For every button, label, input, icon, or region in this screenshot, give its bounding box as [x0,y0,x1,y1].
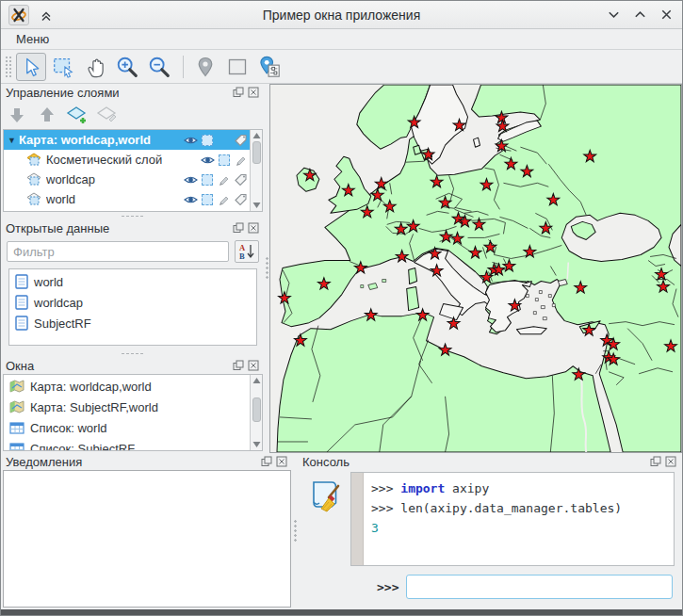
filter-input[interactable] [7,241,229,262]
arrow-up-icon [38,105,57,124]
window-item-label: Карта: SubjectRF,world [30,400,158,414]
collapse-titlebar-button[interactable] [37,6,56,24]
eye-icon[interactable] [184,194,198,205]
close-icon [659,8,674,22]
data-item-world[interactable]: world [9,271,256,292]
open-data-close-button[interactable] [247,221,260,235]
layer-move-down-button[interactable] [5,104,29,126]
console-output[interactable]: >>> import axipy>>> len(axipy.data_manag… [350,472,675,566]
notifications-title: Уведомления [6,455,258,469]
selection-square-icon[interactable] [202,174,213,186]
marquee-select-tool-button[interactable] [48,53,78,81]
close-box-icon [665,456,676,467]
rectangle-tool-button[interactable] [222,53,252,81]
tag-icon[interactable] [234,134,247,146]
layer-row-worldcap[interactable]: worldcap [4,170,250,189]
layer-row-world[interactable]: world [4,189,250,209]
eye-icon[interactable] [201,154,215,166]
eye-icon[interactable] [184,135,198,146]
selection-square-icon[interactable] [202,194,213,205]
data-item-subjectrf[interactable]: SubjectRF [9,313,256,333]
clear-console-button[interactable] [307,478,343,518]
float-icon [233,360,244,371]
notifications-content [3,470,291,608]
pencil-icon[interactable] [217,193,230,206]
layer-label: Карта: worldcap,world [19,133,151,147]
notifications-float-button[interactable] [260,455,273,468]
window-item-map1[interactable]: Карта: worldcap,world [4,376,250,397]
scroll-down-icon[interactable] [252,441,261,448]
window-item-list2[interactable]: Список: SubjectRF [4,438,250,451]
windows-panel: Окна Карта: worldcap,world [1,357,265,453]
main-toolbar [1,50,682,84]
table-doc-icon [15,316,28,331]
windows-close-button[interactable] [247,359,260,372]
layer-move-up-button[interactable] [35,104,59,126]
map-view[interactable] [269,84,682,453]
map-icon [9,400,24,413]
window-item-map2[interactable]: Карта: SubjectRF,world [4,397,250,417]
zoom-out-tool-button[interactable] [144,53,174,81]
float-icon [650,456,661,467]
layers-close-button[interactable] [247,86,260,99]
double-chevron-up-icon [39,8,54,23]
scroll-up-icon[interactable] [252,132,261,139]
layer-disabled-icon [96,105,119,125]
minimize-button[interactable] [605,7,622,24]
pin-settings-tool-button[interactable] [254,53,285,81]
tag-icon[interactable] [234,193,247,205]
maximize-button[interactable] [631,7,648,24]
open-data-title: Открытые данные [6,221,230,235]
pencil-icon[interactable] [234,154,247,167]
tag-icon[interactable] [234,173,247,186]
add-layer-button[interactable] [65,104,89,126]
layer-row-cosmetic[interactable]: Косметический слой [4,150,250,170]
windows-scrollbar[interactable] [250,375,262,450]
select-tool-button[interactable] [16,53,46,81]
console-input[interactable] [406,575,673,599]
scroll-down-icon[interactable] [252,202,261,209]
windows-float-button[interactable] [232,359,245,372]
map-icon [9,380,24,393]
menu-item[interactable]: Меню [12,32,53,46]
close-box-icon [248,222,259,234]
selection-square-icon[interactable] [202,135,213,146]
pan-tool-button[interactable] [80,53,110,81]
add-layer-icon [66,105,89,125]
expander-icon[interactable]: ▼ [8,136,19,145]
table-doc-icon [15,295,28,310]
app-logo-icon [10,7,27,24]
cosmetic-layer-icon [26,153,42,167]
console-float-button[interactable] [649,455,662,468]
pencil-icon[interactable] [217,173,230,186]
app-window: Пример окна приложения Меню [0,0,683,616]
toolbar-grip[interactable] [5,56,12,78]
svg-text:B: B [239,251,245,261]
minimize-icon [607,8,621,22]
marquee-select-icon [51,55,75,79]
layers-scrollbar[interactable] [250,130,262,211]
splitter-handle[interactable] [1,212,265,219]
layer-row-map[interactable]: ▼ Карта: worldcap,world [4,130,250,150]
sort-button[interactable]: A B [235,240,259,263]
zoom-in-tool-button[interactable] [112,53,142,81]
layers-float-button[interactable] [232,86,245,99]
float-icon [233,87,244,98]
data-item-label: SubjectRF [34,316,91,331]
notifications-close-button[interactable] [275,455,288,468]
data-item-label: world [34,275,63,289]
window-item-list1[interactable]: Список: world [4,417,250,438]
open-data-float-button[interactable] [232,221,245,235]
data-item-worldcap[interactable]: worldcap [9,292,256,313]
selection-square-icon[interactable] [219,154,230,166]
maximize-icon [633,8,647,22]
console-close-button[interactable] [664,455,677,468]
edit-layer-button[interactable] [95,104,120,126]
close-button[interactable] [658,7,675,24]
arrow-down-icon [8,105,26,124]
splitter-handle[interactable] [1,349,265,357]
pin-tool-button[interactable] [190,53,220,81]
scroll-up-icon[interactable] [252,377,261,384]
eye-icon[interactable] [184,174,198,186]
app-icon[interactable] [8,5,29,25]
